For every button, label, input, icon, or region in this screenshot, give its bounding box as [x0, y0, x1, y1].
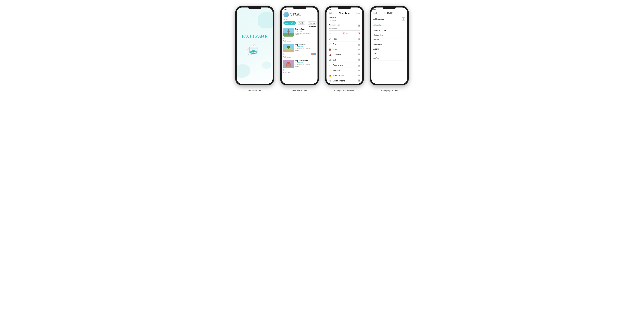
- trip-dubai-top: Trip to Dubai 📍 Location 01/05/2022 - 01…: [283, 44, 316, 52]
- phone-3-wrapper: 9:41 ▪▪▪ ▲ ▬ Back New Trip Save Trip nam: [325, 6, 364, 91]
- trip-actions-paris: ⎘: [283, 37, 316, 40]
- trip-name-dubai: Trip to Dubai: [295, 44, 316, 46]
- train-icon: 🚂: [328, 48, 332, 51]
- svg-rect-27: [287, 64, 290, 67]
- all-airlines-title: All Airlines: [374, 24, 405, 27]
- add-cruise-btn[interactable]: ⊞: [358, 43, 360, 46]
- cruise-icon: ⚓: [328, 43, 332, 45]
- from-date-box[interactable]: [334, 32, 342, 35]
- svg-point-30: [286, 63, 288, 65]
- welcome-title: WELCOME: [242, 34, 268, 39]
- airline-alaska[interactable]: Alaska: [374, 47, 405, 51]
- meet-icon: 🔍: [328, 80, 332, 82]
- trip-name-input[interactable]: [328, 19, 360, 22]
- avatar-mini-2: [313, 53, 316, 56]
- add-meet-btn[interactable]: ⊞: [358, 80, 360, 82]
- category-stay-left: 🛏️ Place to stay: [328, 64, 343, 66]
- category-bus-left: 🚌 Bus: [328, 59, 336, 61]
- new-trip-btn[interactable]: New trip: [309, 26, 316, 28]
- back-btn-4[interactable]: Back: [374, 12, 377, 14]
- trip-actions-moscow: ⎘: [283, 68, 316, 71]
- phone-4-inner: 9:41 ▪▪▪ ▲ ▬ Back FLIGHT: [371, 8, 407, 84]
- tab-share[interactable]: Share trip: [307, 22, 316, 25]
- category-train-left: 🚂 Train: [328, 48, 337, 51]
- airline-american[interactable]: American airline: [374, 28, 405, 33]
- trip-name-moscow: Trip to Moscow: [295, 60, 316, 62]
- blob-2: [237, 64, 250, 78]
- welcome-illustration: TRIPLAND: [244, 43, 265, 58]
- save-btn[interactable]: Save: [356, 12, 360, 14]
- activity-label: Activity & tour: [333, 75, 344, 77]
- wifi-icon-3: ▲: [358, 9, 359, 11]
- phone-1: WELCOME: [235, 6, 274, 85]
- share-icon-dubai[interactable]: ⎘: [283, 53, 284, 55]
- svg-point-32: [290, 63, 291, 65]
- blob-1: [258, 12, 273, 29]
- airline-united[interactable]: United: [374, 38, 405, 42]
- phone-2: 9:41 ▪▪▪ ▲ ▬ Your Name: [280, 6, 319, 85]
- add-bus-btn[interactable]: ⊞: [358, 59, 360, 61]
- tab-upcoming[interactable]: Upcoming Trip: [284, 22, 296, 25]
- train-label: Train: [333, 48, 337, 51]
- trip-location-moscow: 📍 Location: [295, 62, 316, 64]
- blob-3: [262, 61, 271, 69]
- add-restaurant-btn[interactable]: ⊞: [358, 69, 360, 72]
- wifi-icon: ▲: [312, 9, 314, 11]
- svg-rect-29: [286, 64, 287, 67]
- trip-card-paris: Trip to Paris 📍 Location 01/05/2022 - 01…: [283, 28, 316, 42]
- back-btn-3[interactable]: Back: [328, 12, 332, 14]
- add-activity-btn[interactable]: ⊞: [358, 74, 360, 77]
- user-name: Your Name: [290, 13, 316, 15]
- temperature: 85°: [286, 19, 288, 21]
- share-icon-paris[interactable]: ⎘: [283, 37, 284, 40]
- avatar-img: [284, 12, 289, 17]
- share-icon-moscow[interactable]: ⎘: [283, 69, 284, 71]
- add-notes-moscow[interactable]: Add notes...: [283, 71, 316, 74]
- trip-days-moscow: 5 days: [295, 65, 316, 67]
- bus-icon: 🚌: [328, 59, 332, 61]
- phone-2-label: Welcome screen: [292, 89, 307, 91]
- tabs-row: Upcoming Trip Past trip Share trip Explo…: [282, 21, 318, 26]
- status-icons-4: ▪▪▪ ▲ ▬: [401, 9, 405, 11]
- notch-1: [248, 6, 262, 9]
- phone-4-label: Adding flight screen: [381, 89, 398, 91]
- newtrip-nav: Back New Trip Save: [326, 11, 362, 15]
- flight-body: Add manualy ⊞ All Airlines American airl…: [371, 15, 407, 84]
- restaurant-label: Restaurant: [333, 69, 342, 71]
- phone-1-label: Welcome screen: [248, 89, 262, 91]
- category-flight-left: ✈️ Flight: [328, 38, 337, 40]
- category-meet-left: 🔍 Meet Someone: [328, 80, 345, 82]
- to-date-box[interactable]: [349, 32, 357, 35]
- tab-past[interactable]: Past trip: [297, 22, 306, 25]
- add-notes-dubai[interactable]: Add notes...: [283, 56, 316, 58]
- trip-name-paris: Trip to Paris: [295, 28, 316, 30]
- destination-input[interactable]: [328, 27, 360, 31]
- trip-moscow-top: Trip to Moscow 📍 Location 01/05/2022 - 0…: [283, 60, 316, 68]
- destinations-row: Destination(s) ⊞: [328, 24, 360, 27]
- category-car: 🚗 Car rental ⊞: [328, 52, 360, 57]
- airline-spirit[interactable]: Spirit: [374, 51, 405, 56]
- category-restaurant: 🍽️ Restaurant ⊞: [328, 68, 360, 73]
- add-car-btn[interactable]: ⊞: [358, 53, 360, 56]
- from-cal-icon[interactable]: 📅: [343, 33, 345, 35]
- to-cal-icon[interactable]: 📅: [358, 33, 360, 35]
- category-list: ✈️ Flight ⊞ ⚓ Cruise ⊞: [328, 37, 360, 84]
- add-manually-btn[interactable]: ⊞: [402, 17, 405, 21]
- wifi-icon-4: ▲: [402, 9, 404, 11]
- signal-icon-3: ▪▪▪: [356, 9, 357, 11]
- add-destination-btn[interactable]: ⊞: [358, 24, 360, 27]
- airline-southwest[interactable]: SouthWest: [374, 42, 405, 47]
- add-train-btn[interactable]: ⊞: [358, 48, 360, 51]
- airline-jetblue[interactable]: JetBlue: [374, 56, 405, 61]
- battery-icon: ▬: [314, 9, 316, 11]
- stay-label: Place to stay: [333, 64, 343, 66]
- add-notes-paris[interactable]: Add notes...: [283, 40, 316, 42]
- airline-delta[interactable]: Delta airline: [374, 33, 405, 38]
- category-stay: 🛏️ Place to stay ⊞: [328, 63, 360, 68]
- category-car-left: 🚗 Car rental: [328, 54, 341, 56]
- restaurant-icon: 🍽️: [328, 69, 332, 72]
- trip-location-paris: 📍 Location: [295, 31, 316, 32]
- weather-row: ☀️ 85°: [282, 19, 318, 21]
- add-flight-btn[interactable]: ⊞: [358, 38, 360, 40]
- add-stay-btn[interactable]: ⊞: [358, 64, 360, 67]
